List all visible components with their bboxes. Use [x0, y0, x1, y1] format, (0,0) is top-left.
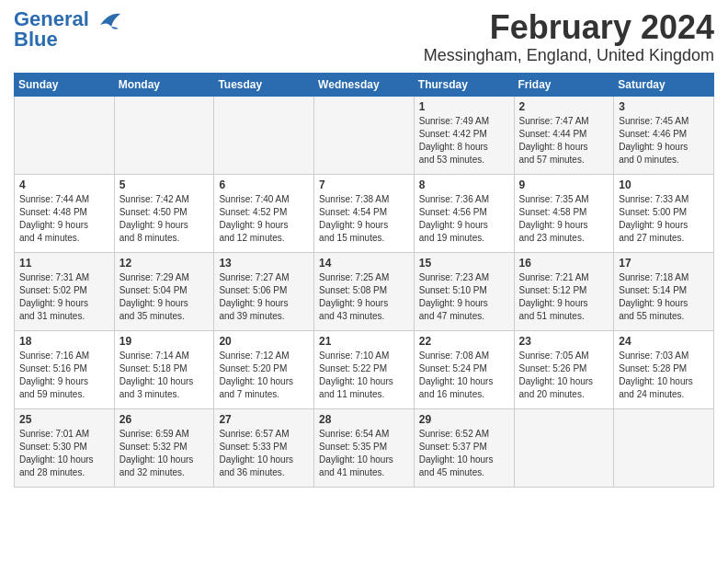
calendar-cell: 7Sunrise: 7:38 AMSunset: 4:54 PMDaylight… — [314, 174, 415, 252]
day-number: 24 — [619, 335, 709, 348]
day-number: 2 — [519, 100, 609, 113]
logo-text: General Blue — [14, 9, 89, 50]
calendar-cell: 25Sunrise: 7:01 AMSunset: 5:30 PMDayligh… — [15, 408, 115, 487]
cell-info-line: Sunset: 5:00 PM — [619, 207, 687, 217]
calendar-cell: 4Sunrise: 7:44 AMSunset: 4:48 PMDaylight… — [15, 174, 115, 252]
cell-info-line: Sunset: 4:54 PM — [319, 207, 387, 217]
cell-daylight-info: Sunrise: 7:27 AMSunset: 5:06 PMDaylight:… — [219, 271, 309, 323]
cell-info-line: Sunset: 5:18 PM — [119, 363, 188, 373]
calendar-cell: 18Sunrise: 7:16 AMSunset: 5:16 PMDayligh… — [15, 330, 115, 408]
calendar-cell: 17Sunrise: 7:18 AMSunset: 5:14 PMDayligh… — [614, 252, 714, 330]
calendar-week-row: 1Sunrise: 7:49 AMSunset: 4:42 PMDaylight… — [15, 96, 714, 174]
cell-info-line: Daylight: 10 hours — [319, 376, 393, 386]
cell-info-line: Sunrise: 7:47 AM — [519, 116, 589, 126]
calendar-cell: 8Sunrise: 7:36 AMSunset: 4:56 PMDaylight… — [414, 174, 514, 252]
cell-info-line: Sunrise: 7:14 AM — [119, 350, 189, 361]
cell-info-line: Sunset: 4:52 PM — [219, 207, 287, 217]
calendar-cell: 15Sunrise: 7:23 AMSunset: 5:10 PMDayligh… — [414, 252, 514, 330]
day-number: 15 — [419, 257, 509, 270]
cell-info-line: Daylight: 10 hours — [19, 454, 94, 465]
cell-info-line: and 23 minutes. — [519, 233, 585, 243]
cell-info-line: and 0 minutes. — [619, 155, 679, 165]
page-header: General Blue February 2024 Messingham, E… — [14, 9, 714, 65]
calendar-day-header: Wednesday — [314, 73, 415, 96]
cell-daylight-info: Sunrise: 7:12 AMSunset: 5:20 PMDaylight:… — [219, 350, 309, 401]
cell-daylight-info: Sunrise: 6:57 AMSunset: 5:33 PMDaylight:… — [219, 428, 309, 479]
calendar-cell: 26Sunrise: 6:59 AMSunset: 5:32 PMDayligh… — [114, 408, 214, 487]
calendar-cell: 22Sunrise: 7:08 AMSunset: 5:24 PMDayligh… — [414, 330, 514, 408]
cell-info-line: and 31 minutes. — [19, 311, 85, 321]
cell-info-line: and 32 minutes. — [119, 467, 185, 477]
cell-daylight-info: Sunrise: 7:10 AMSunset: 5:22 PMDaylight:… — [319, 350, 409, 401]
cell-info-line: Sunrise: 7:27 AM — [219, 272, 289, 282]
day-number: 12 — [119, 257, 210, 270]
cell-info-line: Sunset: 4:44 PM — [519, 129, 587, 139]
calendar-cell — [614, 408, 714, 487]
cell-info-line: Sunrise: 7:18 AM — [619, 272, 688, 282]
cell-info-line: and 51 minutes. — [519, 311, 585, 321]
cell-info-line: Sunset: 5:22 PM — [319, 363, 387, 373]
calendar-cell: 3Sunrise: 7:45 AMSunset: 4:46 PMDaylight… — [614, 96, 714, 174]
cell-info-line: Sunset: 5:37 PM — [419, 442, 487, 452]
cell-info-line: Daylight: 9 hours — [119, 298, 188, 308]
cell-info-line: Sunrise: 7:12 AM — [219, 350, 289, 361]
cell-daylight-info: Sunrise: 7:16 AMSunset: 5:16 PMDaylight:… — [19, 350, 109, 401]
calendar-cell: 1Sunrise: 7:49 AMSunset: 4:42 PMDaylight… — [414, 96, 514, 174]
page-subtitle: Messingham, England, United Kingdom — [424, 46, 714, 65]
day-number: 3 — [619, 100, 709, 113]
cell-info-line: Sunset: 5:16 PM — [19, 363, 87, 373]
cell-info-line: Daylight: 10 hours — [519, 376, 594, 386]
cell-daylight-info: Sunrise: 7:38 AMSunset: 4:54 PMDaylight:… — [319, 193, 409, 245]
title-block: February 2024 Messingham, England, Unite… — [424, 9, 714, 65]
calendar-cell: 24Sunrise: 7:03 AMSunset: 5:28 PMDayligh… — [614, 330, 714, 408]
cell-info-line: Sunset: 5:30 PM — [19, 442, 87, 452]
calendar-cell: 13Sunrise: 7:27 AMSunset: 5:06 PMDayligh… — [214, 252, 314, 330]
day-number: 14 — [319, 257, 409, 270]
cell-daylight-info: Sunrise: 7:18 AMSunset: 5:14 PMDaylight:… — [619, 271, 709, 323]
cell-daylight-info: Sunrise: 7:14 AMSunset: 5:18 PMDaylight:… — [119, 350, 210, 401]
cell-info-line: Sunrise: 7:25 AM — [319, 272, 389, 282]
cell-info-line: Daylight: 9 hours — [419, 220, 488, 230]
cell-info-line: Sunrise: 7:03 AM — [619, 350, 688, 361]
day-number: 4 — [19, 178, 109, 191]
cell-info-line: Sunrise: 7:16 AM — [19, 350, 89, 361]
cell-daylight-info: Sunrise: 7:23 AMSunset: 5:10 PMDaylight:… — [419, 271, 509, 323]
cell-info-line: Sunset: 4:50 PM — [119, 207, 188, 217]
cell-info-line: Sunset: 5:24 PM — [419, 363, 487, 373]
cell-info-line: Daylight: 8 hours — [519, 142, 588, 152]
day-number: 20 — [219, 335, 309, 348]
day-number: 16 — [519, 257, 609, 270]
cell-info-line: Sunrise: 7:35 AM — [519, 194, 589, 204]
calendar-day-header: Saturday — [614, 73, 714, 96]
calendar-week-row: 4Sunrise: 7:44 AMSunset: 4:48 PMDaylight… — [15, 174, 714, 252]
cell-info-line: Sunrise: 7:23 AM — [419, 272, 489, 282]
cell-info-line: Daylight: 10 hours — [119, 376, 194, 386]
calendar-day-header: Thursday — [414, 73, 514, 96]
calendar-cell: 2Sunrise: 7:47 AMSunset: 4:44 PMDaylight… — [514, 96, 614, 174]
cell-info-line: and 16 minutes. — [419, 389, 484, 399]
day-number: 28 — [319, 413, 409, 426]
cell-info-line: Sunrise: 7:21 AM — [519, 272, 589, 282]
cell-info-line: Sunrise: 7:38 AM — [319, 194, 389, 204]
cell-info-line: Sunset: 5:10 PM — [419, 285, 487, 295]
cell-daylight-info: Sunrise: 7:42 AMSunset: 4:50 PMDaylight:… — [119, 193, 210, 245]
cell-daylight-info: Sunrise: 7:01 AMSunset: 5:30 PMDaylight:… — [19, 428, 109, 479]
day-number: 25 — [19, 413, 109, 426]
cell-info-line: Daylight: 9 hours — [419, 298, 488, 308]
cell-daylight-info: Sunrise: 7:47 AMSunset: 4:44 PMDaylight:… — [519, 115, 609, 167]
cell-info-line: Sunset: 5:32 PM — [119, 442, 188, 452]
cell-info-line: Sunrise: 7:01 AM — [19, 429, 89, 439]
cell-info-line: Sunset: 5:12 PM — [519, 285, 587, 295]
cell-info-line: and 11 minutes. — [319, 389, 384, 399]
cell-info-line: and 15 minutes. — [319, 233, 384, 243]
cell-info-line: and 43 minutes. — [319, 311, 384, 321]
cell-info-line: Sunrise: 7:45 AM — [619, 116, 688, 126]
day-number: 19 — [119, 335, 210, 348]
calendar-header-row: SundayMondayTuesdayWednesdayThursdayFrid… — [15, 73, 714, 96]
calendar-cell: 23Sunrise: 7:05 AMSunset: 5:26 PMDayligh… — [514, 330, 614, 408]
cell-info-line: and 59 minutes. — [19, 389, 85, 399]
cell-info-line: Daylight: 9 hours — [19, 376, 88, 386]
calendar-day-header: Sunday — [15, 73, 115, 96]
cell-info-line: and 3 minutes. — [119, 389, 180, 399]
calendar-cell: 6Sunrise: 7:40 AMSunset: 4:52 PMDaylight… — [214, 174, 314, 252]
